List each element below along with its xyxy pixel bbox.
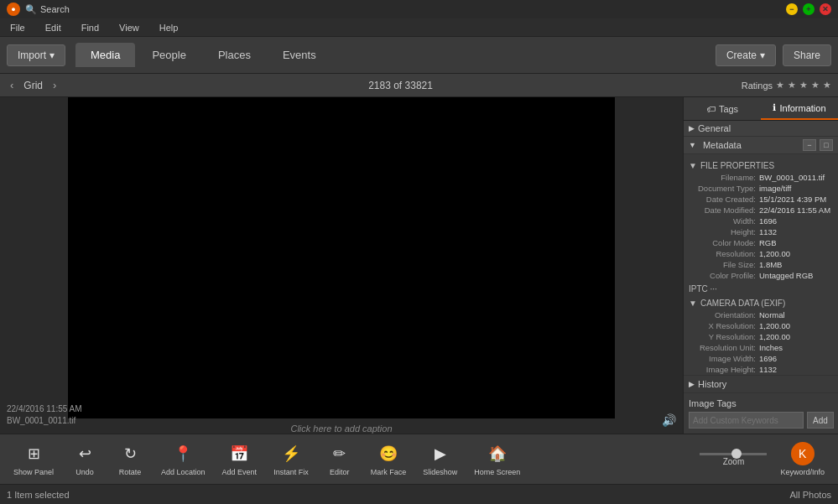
- meta-width-key: Width:: [689, 216, 756, 226]
- file-properties-header[interactable]: ▼ FILE PROPERTIES: [689, 158, 833, 172]
- show-panel-icon: ⊞: [22, 442, 45, 465]
- metadata-arrow-icon: ▼: [689, 141, 696, 149]
- meta-colorprofile-key: Color Profile:: [689, 271, 756, 280]
- search-icon: 🔍: [25, 4, 37, 15]
- meta-colorprofile-row: Color Profile: Untagged RGB: [689, 270, 833, 281]
- star-2[interactable]: ★: [788, 80, 796, 91]
- meta-xres-val: 1,200.00: [759, 321, 790, 330]
- share-button[interactable]: Share: [783, 44, 831, 66]
- nav-forward-arrow[interactable]: ›: [49, 77, 60, 93]
- metadata-ctrl-btn-1[interactable]: −: [803, 139, 816, 151]
- menu-edit[interactable]: Edit: [42, 21, 65, 34]
- add-event-icon: 📅: [227, 442, 251, 465]
- meta-height-val: 1132: [759, 227, 777, 236]
- add-location-button[interactable]: 📍 Add Location: [154, 439, 212, 480]
- rotate-label: Rotate: [119, 468, 142, 476]
- history-label: History: [698, 379, 726, 389]
- panel-tab-info-label: Information: [779, 103, 825, 113]
- editor-button[interactable]: ✏ Editor: [319, 439, 361, 480]
- zoom-slider[interactable]: [700, 453, 767, 455]
- meta-resunit-row: Resolution Unit: Inches: [689, 342, 833, 353]
- home-screen-label: Home Screen: [474, 468, 520, 476]
- rotate-button[interactable]: ↻ Rotate: [109, 439, 151, 480]
- metadata-ctrl-btn-2[interactable]: □: [820, 139, 833, 151]
- slideshow-button[interactable]: ▶ Slideshow: [416, 439, 464, 480]
- title-bar-controls[interactable]: − + ✕: [786, 3, 831, 15]
- metadata-section-header[interactable]: ▼ Metadata − □: [684, 137, 838, 154]
- menu-file[interactable]: File: [7, 21, 29, 34]
- camera-data-header[interactable]: ▼ CAMERA DATA (EXIF): [689, 295, 833, 309]
- meta-imgheight-val: 1132: [759, 365, 777, 374]
- status-bar: 1 Item selected All Photos: [0, 484, 838, 504]
- photo-caption[interactable]: Click here to add caption: [290, 423, 392, 434]
- image-tags-section: Image Tags Add: [684, 392, 838, 434]
- tags-add-button[interactable]: Add: [807, 412, 834, 429]
- minimize-button[interactable]: −: [786, 3, 798, 15]
- show-panel-button[interactable]: ⊞ Show Panel: [7, 439, 60, 480]
- metadata-section: ▼ FILE PROPERTIES Filename: BW_0001_0011…: [684, 154, 838, 375]
- undo-button[interactable]: ↩ Undo: [64, 439, 106, 480]
- photo-canvas: [68, 97, 615, 418]
- history-section-header[interactable]: ▶ History: [684, 375, 838, 392]
- home-screen-button[interactable]: 🏠 Home Screen: [467, 439, 527, 480]
- tags-input[interactable]: [689, 412, 804, 429]
- close-button[interactable]: ✕: [820, 3, 831, 15]
- meta-filesize-key: File Size:: [689, 260, 756, 269]
- info-icon: ℹ: [773, 102, 776, 113]
- menu-help[interactable]: Help: [156, 21, 182, 34]
- maximize-button[interactable]: +: [803, 3, 815, 15]
- star-5[interactable]: ★: [823, 80, 831, 91]
- panel-tab-tags[interactable]: 🏷 Tags: [684, 97, 761, 120]
- undo-label: Undo: [75, 468, 94, 476]
- meta-datemodified-key: Date Modified:: [689, 205, 756, 215]
- iptc-header[interactable]: IPTC ···: [689, 281, 833, 295]
- volume-icon[interactable]: 🔊: [662, 413, 676, 427]
- nav-back-arrow[interactable]: ‹: [7, 77, 17, 93]
- title-bar-search[interactable]: 🔍 Search: [25, 4, 70, 15]
- image-tags-label: Image Tags: [689, 398, 833, 408]
- tab-events[interactable]: Events: [268, 43, 331, 67]
- meta-filename-row: Filename: BW_0001_0011.tif: [689, 172, 833, 183]
- menu-view[interactable]: View: [116, 21, 143, 34]
- home-screen-icon: 🏠: [486, 442, 509, 465]
- general-label: General: [698, 123, 731, 133]
- file-properties-label: FILE PROPERTIES: [700, 161, 774, 170]
- menu-find[interactable]: Find: [78, 21, 102, 34]
- create-button[interactable]: Create ▾: [716, 44, 776, 66]
- star-1[interactable]: ★: [776, 80, 784, 91]
- add-event-button[interactable]: 📅 Add Event: [216, 439, 264, 480]
- general-section-header[interactable]: ▶ General: [684, 121, 838, 137]
- status-text: 1 Item selected: [7, 490, 70, 500]
- photo-filename: BW_0001_0011.tif: [7, 415, 82, 427]
- meta-orientation-key: Orientation:: [689, 310, 756, 320]
- meta-imgwidth-row: Image Width: 1696: [689, 353, 833, 364]
- meta-resolution-val: 1,200.00: [759, 249, 790, 258]
- undo-icon: ↩: [73, 442, 96, 465]
- tab-places[interactable]: Places: [203, 43, 266, 67]
- star-4[interactable]: ★: [811, 80, 820, 91]
- meta-imgheight-row: Image Height: 1132: [689, 364, 833, 375]
- meta-filename-key: Filename:: [689, 173, 756, 182]
- iptc-label: IPTC ···: [689, 284, 717, 294]
- import-button[interactable]: Import ▾: [7, 44, 65, 66]
- meta-doctype-key: Document Type:: [689, 184, 756, 193]
- breadcrumb: Grid: [23, 80, 43, 91]
- camera-data-arrow-icon: ▼: [689, 299, 697, 308]
- panel-tab-information[interactable]: ℹ Information: [761, 97, 838, 120]
- meta-colorprofile-val: Untagged RGB: [759, 271, 813, 280]
- meta-colormode-key: Color Mode:: [689, 238, 756, 247]
- instant-fix-button[interactable]: ⚡ Instant Fix: [267, 439, 315, 480]
- keyword-info-button[interactable]: K Keyword/Info: [773, 439, 831, 480]
- tab-people[interactable]: People: [137, 43, 200, 67]
- keyword-icon: K: [791, 442, 815, 465]
- meta-filesize-val: 1.8MB: [759, 260, 782, 269]
- meta-filename-val: BW_0001_0011.tif: [759, 173, 825, 182]
- star-3[interactable]: ★: [799, 80, 808, 91]
- slideshow-label: Slideshow: [423, 468, 457, 476]
- meta-doctype-val: image/tiff: [759, 184, 791, 193]
- meta-datemodified-val: 22/4/2016 11:55 AM: [759, 205, 830, 215]
- mark-face-button[interactable]: 😊 Mark Face: [364, 439, 414, 480]
- all-photos-link[interactable]: All Photos: [789, 490, 831, 500]
- meta-imgheight-key: Image Height:: [689, 365, 756, 374]
- tab-media[interactable]: Media: [75, 43, 135, 67]
